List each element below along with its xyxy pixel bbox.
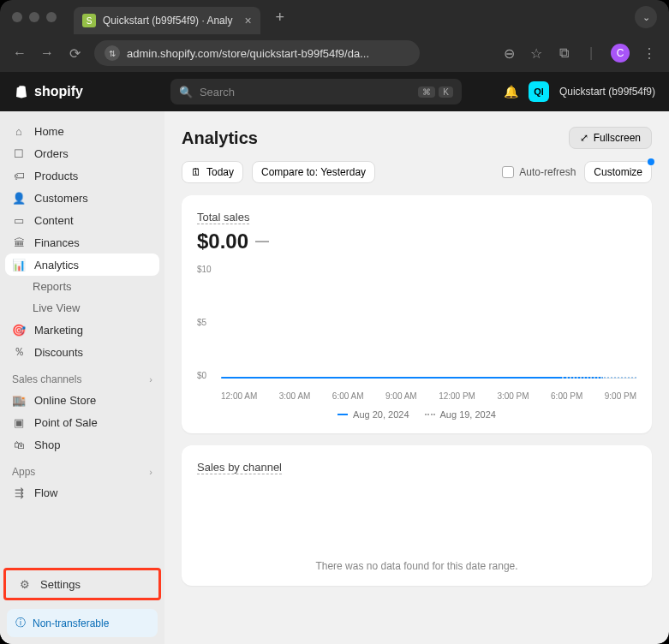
site-settings-icon[interactable]: ⇅ xyxy=(105,45,120,61)
date-range-button[interactable]: 🗓Today xyxy=(182,161,243,183)
sidebar-item-analytics[interactable]: 📊Analytics xyxy=(5,253,159,276)
url-field[interactable]: ⇅ admin.shopify.com/store/quickstart-b99… xyxy=(94,40,420,66)
trend-dash-icon: — xyxy=(255,234,269,249)
sidebar-item-label: Settings xyxy=(40,578,81,591)
metric-label: Total sales xyxy=(197,211,249,224)
metric-value: $0.00— xyxy=(197,230,636,253)
sidebar-item-onlinestore[interactable]: 🏬Online Store xyxy=(0,389,164,411)
sidebar-item-marketing[interactable]: 🎯Marketing xyxy=(0,319,164,341)
sidebar-item-label: Finances xyxy=(34,236,80,249)
discounts-icon: ％ xyxy=(12,345,26,359)
customers-icon: 👤 xyxy=(12,191,26,205)
empty-state-text: There was no data found for this date ra… xyxy=(197,474,636,572)
sidebar-item-pos[interactable]: ▣Point of Sale xyxy=(0,411,164,433)
x-ticks: 12:00 AM 3:00 AM 6:00 AM 9:00 AM 12:00 P… xyxy=(221,391,636,401)
non-transferable-banner[interactable]: ⓘNon-transferable xyxy=(7,609,158,637)
browser-titlebar: S Quickstart (b99f54f9) · Analy × + ⌄ xyxy=(0,0,669,34)
info-icon: ⓘ xyxy=(15,616,26,630)
search-icon: 🔍 xyxy=(179,86,193,98)
sidebar-item-label: Shop xyxy=(34,438,60,451)
close-tab-icon[interactable]: × xyxy=(244,14,251,27)
compare-button[interactable]: Compare to: Yesterday xyxy=(252,161,375,183)
chevron-right-icon: › xyxy=(149,374,152,385)
sidebar-item-flow[interactable]: ⇶Flow xyxy=(0,481,164,504)
sales-by-channel-card: Sales by channel There was no data found… xyxy=(182,445,652,586)
marketing-icon: 🎯 xyxy=(12,323,26,337)
forward-icon[interactable]: → xyxy=(39,45,55,61)
min-dot[interactable] xyxy=(29,12,39,22)
fullscreen-button[interactable]: ⤢Fullscreen xyxy=(569,127,652,149)
settings-highlight: ⚙Settings xyxy=(3,568,161,600)
close-dot[interactable] xyxy=(12,12,22,22)
notifications-icon[interactable]: 🔔 xyxy=(504,85,518,98)
sidebar-item-discounts[interactable]: ％Discounts xyxy=(0,341,164,363)
browser-profile-avatar[interactable]: C xyxy=(611,44,630,63)
sidebar-item-products[interactable]: 🏷Products xyxy=(0,164,164,187)
customize-button[interactable]: Customize xyxy=(584,161,652,183)
sidebar-item-label: Marketing xyxy=(34,324,83,337)
sidebar-item-shop[interactable]: 🛍Shop xyxy=(0,433,164,456)
max-dot[interactable] xyxy=(46,12,57,22)
products-icon: 🏷 xyxy=(12,169,26,182)
shopify-favicon-icon: S xyxy=(82,14,96,27)
sidebar-item-orders[interactable]: ☐Orders xyxy=(0,142,164,164)
bookmark-icon[interactable]: ☆ xyxy=(529,45,544,62)
gear-icon: ⚙ xyxy=(18,577,32,591)
total-sales-card: Total sales $0.00— $10 $5 $0 12:00 AM 3:… xyxy=(182,195,652,433)
auto-refresh-toggle[interactable]: Auto-refresh xyxy=(502,166,576,178)
total-sales-chart: $10 $5 $0 12:00 AM 3:00 AM 6:00 AM 9:00 … xyxy=(197,264,636,401)
tab-title: Quickstart (b99f54f9) · Analy xyxy=(103,15,232,27)
series-current-line xyxy=(221,377,603,379)
legend-item: Aug 20, 2024 xyxy=(337,409,409,420)
kbd-k: K xyxy=(439,86,453,98)
new-tab-button[interactable]: + xyxy=(276,9,285,27)
customize-indicator-icon xyxy=(648,158,654,165)
section-sales-channels[interactable]: Sales channels› xyxy=(0,363,164,389)
browser-tab[interactable]: S Quickstart (b99f54f9) · Analy × xyxy=(74,7,260,34)
back-icon[interactable]: ← xyxy=(12,45,27,61)
browser-menu-icon[interactable]: ⋮ xyxy=(642,45,657,62)
orders-icon: ☐ xyxy=(12,146,26,160)
legend-swatch-icon xyxy=(337,414,348,415)
analytics-icon: 📊 xyxy=(12,258,26,271)
shopify-logo-icon xyxy=(14,84,29,99)
content-icon: ▭ xyxy=(12,213,26,227)
checkbox-icon[interactable] xyxy=(502,166,514,178)
search-input[interactable]: 🔍 Search ⌘ K xyxy=(170,79,462,104)
sidebar-item-label: Products xyxy=(34,170,78,182)
zoom-icon[interactable]: ⊖ xyxy=(501,45,517,62)
sidebar-item-liveview[interactable]: Live View xyxy=(0,297,164,319)
legend-swatch-dash-icon xyxy=(425,414,435,415)
metric-label: Sales by channel xyxy=(197,461,282,474)
sidebar-item-reports[interactable]: Reports xyxy=(0,276,164,297)
shopify-logo[interactable]: shopify xyxy=(14,84,83,99)
store-name[interactable]: Quickstart (b99f54f9) xyxy=(559,86,655,98)
shopify-topbar: shopify 🔍 Search ⌘ K 🔔 Ql Quickstart (b9… xyxy=(0,72,669,111)
store-avatar[interactable]: Ql xyxy=(529,81,549,102)
chevron-right-icon: › xyxy=(149,467,152,477)
shop-icon: 🛍 xyxy=(12,438,26,451)
y-tick: $5 xyxy=(197,318,206,327)
sidebar-item-content[interactable]: ▭Content xyxy=(0,209,164,231)
sidebar-item-label: Online Store xyxy=(34,394,96,407)
fullscreen-icon: ⤢ xyxy=(580,132,588,144)
logo-text: shopify xyxy=(34,84,83,99)
sidebar-item-finances[interactable]: 🏛Finances xyxy=(0,231,164,253)
search-placeholder: Search xyxy=(200,86,235,98)
sidebar-item-label: Home xyxy=(34,125,64,138)
section-apps[interactable]: Apps› xyxy=(0,456,164,481)
extensions-icon[interactable]: ⧉ xyxy=(556,45,571,61)
window-controls[interactable] xyxy=(12,12,57,22)
sidebar-item-customers[interactable]: 👤Customers xyxy=(0,187,164,209)
calendar-icon: 🗓 xyxy=(191,166,201,178)
reload-icon[interactable]: ⟳ xyxy=(67,45,82,62)
series-compare-line xyxy=(562,377,636,379)
flow-icon: ⇶ xyxy=(12,486,26,499)
page-title: Analytics xyxy=(182,128,258,148)
tabs-dropdown-icon[interactable]: ⌄ xyxy=(635,6,657,28)
sidebar-item-home[interactable]: ⌂Home xyxy=(0,120,164,142)
chart-legend: Aug 20, 2024 Aug 19, 2024 xyxy=(197,409,636,420)
sidebar-item-label: Point of Sale xyxy=(34,416,98,429)
y-tick: $0 xyxy=(197,371,206,380)
sidebar-item-settings[interactable]: ⚙Settings xyxy=(6,570,158,598)
